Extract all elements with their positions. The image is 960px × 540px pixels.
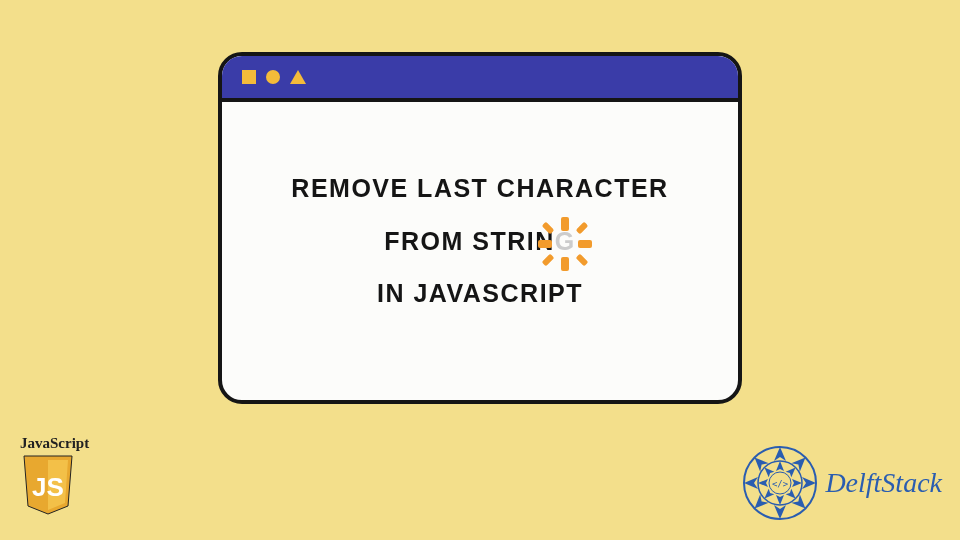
content-area: REMOVE LAST CHARACTER FROM STRING IN JAV…: [222, 102, 738, 320]
delftstack-logo: </> DelftStack: [741, 444, 942, 522]
triangle-icon: [290, 70, 306, 84]
javascript-label: JavaScript: [20, 435, 105, 452]
svg-text:</>: </>: [772, 479, 789, 489]
square-icon: [242, 70, 256, 84]
window-titlebar: [222, 56, 738, 102]
javascript-shield-icon: JS: [20, 454, 76, 516]
shield-text: JS: [32, 472, 64, 502]
headline-line-2-lastchar: G: [555, 227, 576, 255]
app-window: REMOVE LAST CHARACTER FROM STRING IN JAV…: [218, 52, 742, 404]
headline-line-2: FROM STRING: [252, 215, 708, 268]
headline-line-2-prefix: FROM STRIN: [384, 227, 555, 255]
delftstack-emblem-icon: </>: [741, 444, 819, 522]
circle-icon: [266, 70, 280, 84]
delftstack-brand-text: DelftStack: [825, 467, 942, 499]
javascript-badge: JavaScript JS: [20, 435, 105, 520]
headline-line-1: REMOVE LAST CHARACTER: [252, 162, 708, 215]
headline-line-3: IN JAVASCRIPT: [252, 267, 708, 320]
